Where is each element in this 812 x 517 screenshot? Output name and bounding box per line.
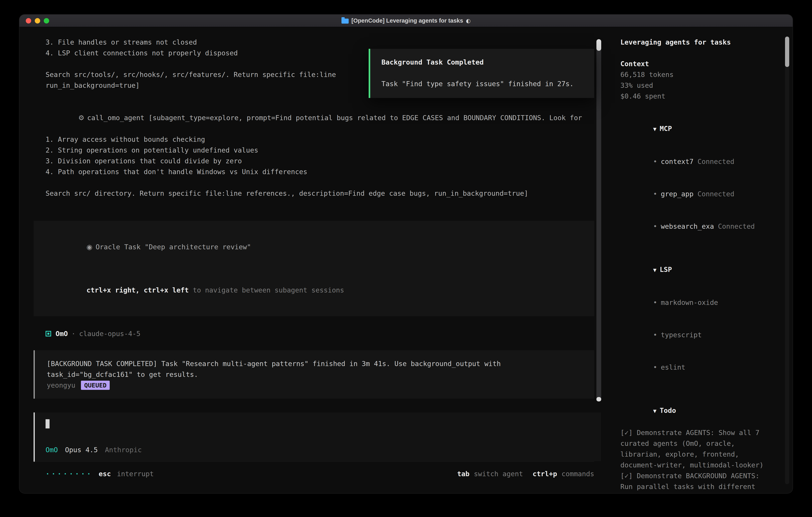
gear-icon: ⚙ (78, 114, 84, 122)
terminal-window: [OpenCode] Leveraging agents for tasks ◐… (19, 15, 793, 493)
active-agent-label: OmO (46, 444, 58, 455)
background-task-toast[interactable]: Background Task Completed Task "Find typ… (369, 49, 594, 98)
section-header-todo[interactable]: ▼Todo (620, 394, 772, 427)
terminal-line: 2. String operations on potentially unde… (46, 145, 594, 156)
folder-icon (342, 19, 349, 24)
esc-key-hint: esc (99, 468, 111, 479)
titlebar[interactable]: [OpenCode] Leveraging agents for tasks ◐ (19, 15, 793, 27)
message-text: task_id="bg_dcfac161" to get results. (47, 369, 582, 380)
context-tokens: 66,518 tokens (620, 69, 772, 80)
agent-square-icon (46, 331, 51, 336)
agent-name: OmO (56, 328, 68, 339)
terminal-line: 1. Array access without bounds checking (46, 134, 594, 145)
agent-session-header: OmO · claude-opus-4-5 (46, 328, 594, 339)
bullet-icon: • (653, 190, 657, 198)
spinner-dots-icon: ········ (46, 468, 93, 479)
section-header-mcp[interactable]: ▼MCP (620, 112, 772, 145)
terminal-line: 3. Division operations that could divide… (46, 156, 594, 166)
main-scrollbar-track[interactable] (597, 39, 601, 402)
bullet-icon: • (653, 222, 657, 230)
context-used: 33% used (620, 80, 772, 91)
tool-call-line: ⚙call_omo_agent [subagent_type=explore, … (46, 102, 594, 134)
bullet-icon: • (653, 363, 657, 371)
status-bar: ········ esc interrupt tab switch agent … (46, 468, 594, 479)
context-spent: $0.46 spent (620, 91, 772, 102)
sidebar-scrollbar-thumb[interactable] (785, 36, 789, 67)
message-author: yeongyu (47, 380, 75, 391)
toast-body: Task "Find type safety issues" finished … (381, 78, 583, 89)
lsp-item: •typescript (620, 319, 772, 351)
toast-title: Background Task Completed (381, 57, 583, 67)
prompt-input[interactable]: OmO Opus 4.5 Anthropic (34, 412, 601, 461)
esc-key-label: interrupt (117, 468, 154, 479)
separator-dot: · (71, 328, 75, 339)
model-info-row: OmO Opus 4.5 Anthropic (46, 444, 589, 455)
bullet-icon: • (653, 158, 657, 166)
context-header: Context (620, 58, 772, 69)
message-block: [BACKGROUND TASK COMPLETED] Task "Resear… (34, 350, 594, 399)
collapse-triangle-icon: ▼ (653, 267, 657, 273)
sidebar: Leveraging agents for tasks Context 66,5… (613, 27, 793, 493)
terminal-main-pane[interactable]: 3. File handles or streams not closed 4.… (19, 27, 613, 493)
oracle-icon: ◉ (87, 243, 92, 251)
tab-key-hint: tab (457, 468, 469, 479)
close-button[interactable] (26, 18, 31, 23)
mcp-item: •websearch_exaConnected (620, 210, 772, 243)
oracle-task-panel: ◉Oracle Task "Deep architecture review" … (34, 221, 594, 316)
lsp-item: •markdown-oxide (620, 286, 772, 319)
subagent-nav-hint: ctrl+x right, ctrl+x left to navigate be… (46, 274, 582, 306)
terminal-line: Search src/ directory. Return specific f… (46, 188, 594, 199)
main-scrollbar-thumb[interactable] (597, 39, 601, 51)
text-cursor-icon (46, 419, 50, 429)
main-scrollbar-end (597, 397, 601, 402)
window-title: [OpenCode] Leveraging agents for tasks ◐ (342, 18, 471, 24)
todo-item: [✓] Demonstrate BACKGROUND AGENTS: Run p… (620, 470, 772, 493)
window-title-text: [OpenCode] Leveraging agents for tasks (351, 18, 463, 24)
message-text: [BACKGROUND TASK COMPLETED] Task "Resear… (47, 358, 582, 369)
bullet-icon: • (653, 331, 657, 339)
progress-circle-icon: ◐ (466, 18, 471, 24)
status-badge: QUEUED (81, 381, 110, 390)
todo-item: [✓] Demonstrate AGENTS: Show all 7 curat… (620, 427, 772, 470)
commands-key-label: commands (561, 468, 594, 479)
lsp-item: •eslint (620, 351, 772, 383)
bullet-icon: • (653, 298, 657, 306)
terminal-line: 4. Path operations that don't handle Win… (46, 166, 594, 177)
collapse-triangle-icon: ▼ (653, 408, 657, 414)
terminal-line: 3. File handles or streams not closed (46, 37, 594, 48)
commands-key-hint: ctrl+p (532, 468, 557, 479)
section-header-lsp[interactable]: ▼LSP (620, 253, 772, 286)
provider-label: Anthropic (105, 444, 142, 455)
tool-call-text: call_omo_agent [subagent_type=explore, p… (87, 114, 582, 122)
mcp-item: •grep_appConnected (620, 178, 772, 210)
keyboard-shortcut: ctrl+x right, ctrl+x left (87, 286, 189, 294)
oracle-task-title: ◉Oracle Task "Deep architecture review" (46, 231, 582, 263)
sidebar-scrollbar-track[interactable] (785, 36, 789, 484)
zoom-button[interactable] (44, 18, 49, 23)
model-label: Opus 4.5 (65, 444, 98, 455)
agent-model: claude-opus-4-5 (79, 328, 141, 339)
collapse-triangle-icon: ▼ (653, 126, 657, 132)
tab-key-label: switch agent (474, 468, 523, 479)
session-title: Leveraging agents for tasks (620, 37, 772, 48)
traffic-lights (26, 18, 49, 23)
minimize-button[interactable] (35, 18, 40, 23)
mcp-item: •context7Connected (620, 145, 772, 178)
